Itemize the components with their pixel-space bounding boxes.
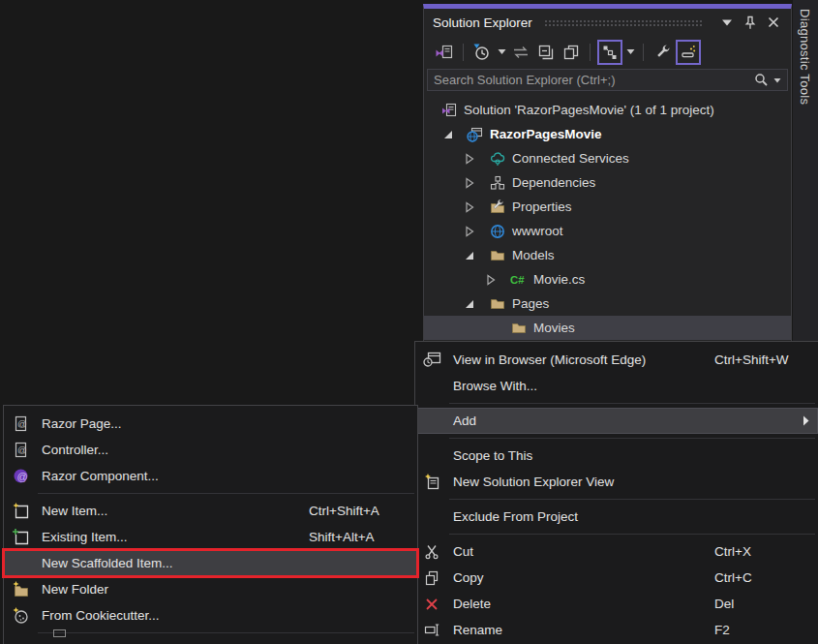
close-button[interactable]	[764, 13, 783, 32]
menu-separator	[38, 493, 414, 494]
chevron-down-icon	[721, 17, 733, 27]
chevron-collapsed-icon[interactable]	[462, 224, 477, 239]
dependencies-icon	[489, 175, 505, 191]
tree-item-dependencies[interactable]: Dependencies	[424, 170, 791, 195]
property-pages-icon	[562, 44, 580, 61]
sync-arrows-icon	[512, 46, 530, 59]
tree-item-pages[interactable]: Pages	[424, 291, 791, 316]
properties-pages-button[interactable]	[560, 41, 583, 64]
svg-text:@: @	[17, 445, 27, 455]
new-folder-icon	[4, 581, 37, 598]
preview-selected-items-toggle[interactable]	[676, 40, 701, 65]
delete-icon	[415, 598, 448, 611]
menu-item-scope-to-this[interactable]: Scope to This	[415, 443, 818, 469]
preview-items-icon	[681, 44, 697, 60]
window-position-button[interactable]	[717, 13, 737, 32]
chevron-collapsed-icon[interactable]	[462, 199, 477, 215]
diagnostic-tools-tab[interactable]: Diagnostic Tools	[793, 0, 818, 341]
rename-icon	[415, 623, 448, 637]
tree-item-connected-services[interactable]: Connected Services	[424, 146, 791, 170]
solution-explorer-toolbar	[424, 36, 791, 68]
new-solution-explorer-view-icon	[415, 474, 448, 490]
menu-item-controller[interactable]: @ Controller...	[4, 437, 417, 463]
add-submenu: @ Razor Page... @ Controller... @ Razo	[3, 405, 418, 644]
menu-separator	[449, 403, 815, 404]
visual-studio-window: Solution Explorer	[0, 0, 818, 644]
pending-changes-filter-button[interactable]	[470, 41, 494, 64]
csharp-file-icon: C#	[510, 272, 527, 288]
view-in-browser-icon	[415, 352, 448, 368]
menu-item-new-item[interactable]: New Item... Ctrl+Shift+A	[4, 498, 417, 524]
tree-item-solution[interactable]: Solution 'RazorPagesMovie' (1 of 1 proje…	[424, 98, 791, 122]
toolbar-separator	[590, 44, 591, 61]
razor-page-icon: @	[4, 415, 37, 432]
controller-icon: @	[4, 442, 37, 458]
drag-grip-texture	[544, 19, 704, 28]
chevron-collapsed-icon[interactable]	[462, 151, 477, 167]
menu-item-existing-item[interactable]: Existing Item... Shift+Alt+A	[4, 524, 417, 550]
chevron-expanded-icon[interactable]	[462, 248, 477, 263]
search-options-dropdown[interactable]	[773, 77, 781, 83]
tree-item-wwwroot[interactable]: wwwroot	[424, 219, 791, 243]
search-icon	[754, 73, 769, 87]
tree-item-models[interactable]: Models	[424, 243, 791, 267]
svg-text:@: @	[16, 471, 27, 482]
linked-nodes-icon	[602, 45, 618, 60]
chevron-collapsed-icon[interactable]	[483, 272, 499, 288]
chevron-expanded-icon[interactable]	[462, 296, 477, 312]
menu-item-new-folder[interactable]: New Folder	[4, 576, 417, 602]
solution-explorer-panel: Solution Explorer	[423, 4, 792, 341]
menu-item-view-in-browser[interactable]: View in Browser (Microsoft Edge) Ctrl+Sh…	[415, 347, 818, 373]
filter-dropdown-button[interactable]	[496, 41, 507, 64]
copy-icon	[415, 570, 448, 586]
menu-item-razor-page[interactable]: @ Razor Page...	[4, 411, 417, 437]
tree-item-movie-cs[interactable]: C# Movie.cs	[424, 267, 791, 291]
submenu-arrow-icon	[803, 415, 809, 426]
toolbar-separator	[643, 44, 644, 61]
menu-item-add[interactable]: Add	[415, 408, 818, 434]
search-box[interactable]	[427, 69, 788, 91]
menu-item-copy[interactable]: Copy Ctrl+C	[415, 565, 818, 591]
chevron-collapsed-icon[interactable]	[462, 175, 477, 191]
collapse-all-icon	[537, 44, 555, 61]
menu-separator	[449, 438, 815, 439]
track-active-item-toggle[interactable]	[597, 40, 622, 65]
vs-solution-icon	[435, 44, 454, 61]
pin-icon	[743, 15, 757, 30]
properties-button[interactable]	[651, 41, 674, 64]
menu-item-from-cookiecutter[interactable]: From Cookiecutter...	[4, 602, 417, 629]
razor-component-icon: @	[4, 468, 37, 484]
switch-views-button[interactable]	[433, 41, 456, 64]
folder-icon	[510, 321, 527, 336]
menu-item-delete[interactable]: Delete Del	[415, 591, 818, 617]
collapse-all-button[interactable]	[534, 41, 558, 64]
menu-item-rename[interactable]: Rename F2	[415, 617, 818, 643]
solution-explorer-titlebar[interactable]: Solution Explorer	[424, 9, 791, 36]
track-dropdown-button[interactable]	[624, 41, 636, 64]
menu-item-razor-component[interactable]: @ Razor Component...	[4, 463, 417, 489]
menu-separator	[38, 632, 414, 633]
chevron-expanded-icon[interactable]	[440, 127, 456, 142]
existing-item-icon	[4, 529, 37, 545]
tree-item-movies[interactable]: Movies	[424, 316, 791, 340]
context-menu: View in Browser (Microsoft Edge) Ctrl+Sh…	[414, 341, 818, 644]
menu-item-exclude-from-project[interactable]: Exclude From Project	[415, 504, 818, 530]
menu-item-cut[interactable]: Cut Ctrl+X	[415, 538, 818, 565]
panel-title: Solution Explorer	[433, 15, 532, 30]
web-project-icon	[467, 127, 483, 142]
folder-icon	[489, 248, 505, 263]
search-input[interactable]	[434, 73, 754, 87]
menu-separator	[449, 499, 815, 500]
tree-item-project[interactable]: RazorPagesMovie	[424, 122, 791, 146]
sync-with-active-document-button[interactable]	[509, 41, 532, 64]
properties-icon	[489, 199, 505, 215]
tree-item-properties[interactable]: Properties	[424, 195, 791, 219]
cookiecutter-icon	[4, 607, 37, 624]
clock-filter-icon	[472, 43, 492, 62]
wrench-icon	[653, 43, 672, 61]
menu-item-new-solution-explorer-view[interactable]: New Solution Explorer View	[415, 469, 818, 495]
pin-button[interactable]	[741, 13, 760, 32]
new-item-icon	[4, 503, 37, 519]
menu-item-browse-with[interactable]: Browse With...	[415, 373, 818, 399]
menu-item-new-scaffolded-item[interactable]: New Scaffolded Item...	[4, 550, 417, 576]
